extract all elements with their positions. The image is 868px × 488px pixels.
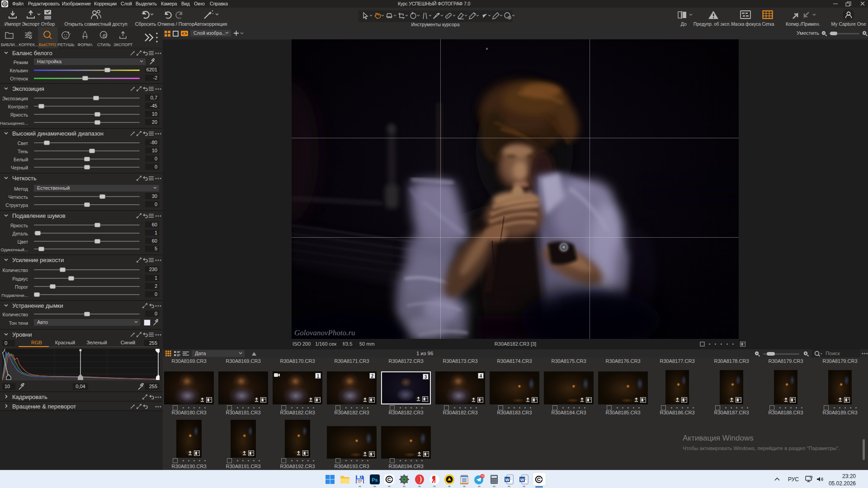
svg-text:75: 75 xyxy=(481,475,484,478)
svg-text:Ps: Ps xyxy=(372,477,377,483)
svg-text:W: W xyxy=(505,478,509,482)
svg-text:W: W xyxy=(520,478,524,482)
svg-text:GolovanovPhoto.ru: GolovanovPhoto.ru xyxy=(294,328,355,337)
